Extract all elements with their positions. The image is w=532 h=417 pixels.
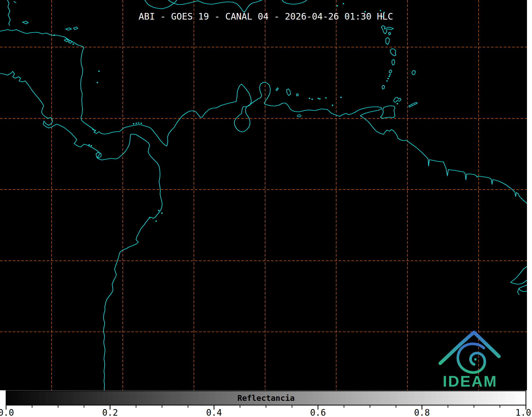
- map-title: ABI - GOES 19 - CANAL 04 - 2026-04-26 01…: [139, 11, 393, 22]
- islet-dot: [138, 122, 139, 123]
- islet-dot: [135, 122, 137, 124]
- islet-dot: [389, 74, 390, 75]
- islet-dot: [340, 97, 342, 98]
- islet-dot: [88, 144, 90, 145]
- islet-dot: [158, 210, 159, 211]
- colorbar-tick-label: 0.2: [102, 407, 118, 417]
- colorbar-tick-label: 0.4: [206, 407, 222, 417]
- colorbar-tick-label: 1.0: [515, 407, 531, 417]
- islet-dot: [388, 76, 390, 77]
- islet-dot: [133, 123, 134, 124]
- islet-dot: [343, 3, 344, 4]
- colorbar-label: Reflectancia: [237, 393, 295, 403]
- satellite-map-figure: ABI - GOES 19 - CANAL 04 - 2026-04-26 01…: [0, 0, 532, 417]
- islet-dot: [155, 220, 157, 222]
- colorbar-tick-label: 0.8: [414, 407, 430, 417]
- colorbar: Reflectancia 0.00.20.40.60.81.0: [0, 391, 531, 417]
- islet-dot: [317, 98, 319, 99]
- islet-dot: [140, 122, 142, 124]
- islet-dot: [332, 104, 333, 106]
- islet-dot: [98, 70, 99, 72]
- islet-dot: [325, 97, 326, 98]
- islet-dot: [97, 82, 98, 83]
- islet-dot: [72, 43, 74, 45]
- logo-text: IDEAM: [443, 373, 498, 390]
- islet-dot: [309, 98, 310, 99]
- islet-dot: [337, 5, 338, 6]
- colorbar-ticks: [6, 405, 526, 410]
- colorbar-tick-labels: 0.00.20.40.60.81.0: [0, 407, 531, 417]
- islet-dot: [387, 78, 389, 79]
- islet-dot: [397, 103, 398, 104]
- islet-dot: [319, 98, 320, 99]
- islet-dot: [149, 217, 150, 218]
- colorbar-tick-label: 0.6: [310, 407, 326, 417]
- islet-dot: [161, 212, 162, 214]
- colorbar-tick-label: 0.0: [0, 407, 14, 417]
- logo-spiral-eye-icon: [474, 358, 477, 361]
- islet-dot: [92, 129, 94, 130]
- islet-dot: [90, 145, 92, 146]
- islet-dot: [386, 80, 388, 81]
- islet-dot: [311, 98, 313, 100]
- scene-canvas: ABI - GOES 19 - CANAL 04 - 2026-04-26 01…: [0, 0, 532, 417]
- islet-dot: [53, 34, 55, 36]
- islet-dot: [94, 130, 96, 131]
